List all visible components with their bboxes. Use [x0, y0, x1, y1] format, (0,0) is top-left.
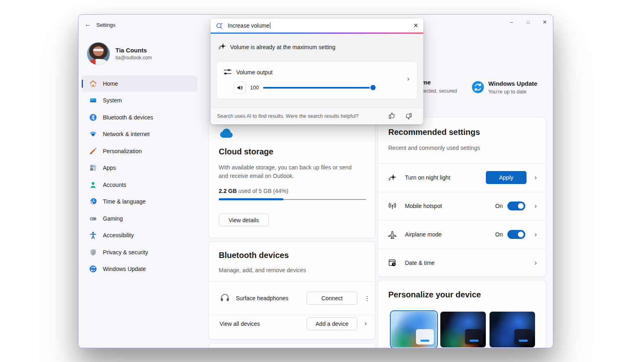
cloud-description: With available storage, you can back up … [219, 163, 361, 180]
ai-answer-text: Volume is already at the maximum setting [230, 44, 335, 50]
volume-slider-thumb[interactable] [370, 84, 376, 91]
screenshot-stage: ← Settings – □ ✕ Tia Counts tia@outlook.… [0, 0, 644, 362]
chevron-right-icon: › [534, 202, 537, 210]
sidebar-item-bluetooth[interactable]: Bluetooth & devices [82, 109, 198, 126]
chevron-right-icon: › [534, 231, 537, 238]
windows-update-status-title: Windows Update [488, 80, 537, 87]
volume-slider[interactable] [263, 87, 373, 89]
cloud-icon [219, 128, 234, 139]
sidebar-item-personalization[interactable]: Personalization [82, 143, 198, 159]
sidebar-item-gaming[interactable]: Gaming [82, 210, 198, 227]
chevron-right-icon: › [534, 259, 537, 267]
sidebar-item-label: Bluetooth & devices [103, 114, 153, 121]
date-time-row[interactable]: Date & time › [378, 249, 546, 277]
windows-update-status-icon [472, 81, 484, 93]
sidebar-item-network[interactable]: Network & internet [82, 126, 198, 142]
thumbs-up-icon[interactable] [388, 112, 396, 120]
ai-sparkle-icon [218, 42, 226, 51]
minimize-button[interactable]: – [505, 17, 518, 27]
clear-search-icon[interactable]: ✕ [413, 22, 418, 29]
sidebar-item-label: Time & language [103, 198, 146, 205]
sidebar-item-system[interactable]: System [82, 92, 198, 108]
night-light-row[interactable]: Turn on night light Apply › [378, 163, 546, 192]
apps-icon [89, 164, 97, 172]
row-label: Airplane mode [405, 231, 442, 238]
toggle-state-label: On [495, 203, 503, 209]
sidebar-item-label: Accounts [103, 182, 126, 188]
mobile-hotspot-row[interactable]: Mobile hotspot On › [378, 192, 546, 220]
accessibility-icon [89, 231, 97, 239]
user-email: tia@outlook.com [115, 55, 152, 61]
thumbs-down-icon[interactable] [405, 112, 413, 120]
sidebar-item-label: Network & internet [103, 131, 150, 137]
cloud-usage-rest: used of 5 GB (44%) [237, 188, 288, 194]
paintbrush-icon [89, 147, 97, 155]
theme-thumbnail-light[interactable] [391, 312, 437, 347]
partial-card [209, 343, 375, 348]
sidebar-item-windows-update[interactable]: Windows Update [82, 261, 198, 277]
text-caret [270, 22, 270, 29]
airplane-icon [387, 230, 397, 240]
gamepad-icon [89, 215, 97, 223]
mobile-hotspot-toggle[interactable] [507, 202, 525, 210]
back-button[interactable]: ← [85, 21, 91, 28]
mixer-icon [223, 67, 232, 76]
network-state-partial: nected, secured [421, 88, 457, 94]
sidebar-item-privacy[interactable]: Privacy & security [82, 244, 198, 260]
personalize-title: Personalize your device [388, 290, 481, 299]
home-icon [89, 80, 97, 88]
more-options-icon[interactable]: ⋮ [364, 295, 370, 302]
bluetooth-icon [89, 113, 97, 121]
selected-indicator [82, 80, 83, 88]
sidebar-item-accessibility[interactable]: Accessibility [82, 227, 198, 243]
volume-output-card[interactable]: Volume output › 100 [216, 61, 418, 99]
sidebar-item-home[interactable]: Home [82, 76, 198, 92]
cloud-progress-bar [219, 198, 366, 200]
theme-preview-window [465, 329, 483, 345]
sidebar-item-time-language[interactable]: Time & language [82, 193, 198, 210]
row-label: Turn on night light [405, 174, 450, 181]
speaker-button[interactable] [234, 82, 246, 94]
sparkle-icon [388, 173, 397, 182]
chevron-right-icon: › [534, 174, 537, 181]
ai-footer-note: Search uses AI to find results. Were the… [217, 113, 359, 119]
add-device-button[interactable]: Add a device [307, 317, 357, 330]
avatar [87, 42, 110, 65]
search-input[interactable]: Increase volume ✕ [211, 19, 423, 33]
shield-icon [89, 248, 97, 256]
toggle-state-label: On [495, 231, 503, 238]
theme-thumbnail-dark[interactable] [440, 312, 486, 347]
theme-thumbnail-blue[interactable] [490, 312, 535, 347]
airplane-mode-row[interactable]: Airplane mode On › [378, 220, 546, 249]
cloud-title: Cloud storage [219, 147, 273, 156]
view-all-devices-link[interactable]: View all devices [220, 321, 260, 327]
row-label: Date & time [405, 260, 435, 266]
connect-button[interactable]: Connect [307, 292, 357, 305]
calendar-clock-icon [387, 258, 397, 268]
system-icon [89, 96, 97, 104]
recommended-settings-card: Recommended settings Recent and commonly… [378, 117, 546, 277]
update-icon [89, 265, 97, 273]
sidebar-item-label: System [103, 97, 122, 104]
row-label: Mobile hotspot [405, 203, 442, 209]
search-results-panel: Volume is already at the maximum setting… [211, 34, 423, 107]
view-details-button[interactable]: View details [219, 214, 269, 226]
close-button[interactable]: ✕ [539, 17, 551, 27]
maximize-button[interactable]: □ [522, 17, 534, 27]
sidebar-item-label: Windows Update [103, 266, 146, 272]
device-name: Surface headphones [236, 295, 288, 301]
cloud-usage-value: 2.2 GB [219, 188, 237, 194]
chevron-right-icon[interactable]: › [364, 320, 367, 327]
cloud-progress-fill [219, 198, 283, 200]
hotspot-icon [387, 201, 397, 211]
personalize-card: Personalize your device [378, 280, 546, 348]
chevron-right-icon[interactable]: › [407, 75, 410, 82]
apply-button[interactable]: Apply [486, 171, 527, 184]
network-name-partial: me [422, 79, 431, 86]
sidebar-item-label: Privacy & security [103, 249, 148, 256]
airplane-mode-toggle[interactable] [507, 230, 525, 239]
bluetooth-subtitle: Manage, add, and remove devices [219, 267, 306, 273]
sidebar-item-accounts[interactable]: Accounts [82, 177, 198, 193]
settings-window: ← Settings – □ ✕ Tia Counts tia@outlook.… [78, 14, 553, 348]
sidebar-item-apps[interactable]: Apps [82, 160, 198, 176]
